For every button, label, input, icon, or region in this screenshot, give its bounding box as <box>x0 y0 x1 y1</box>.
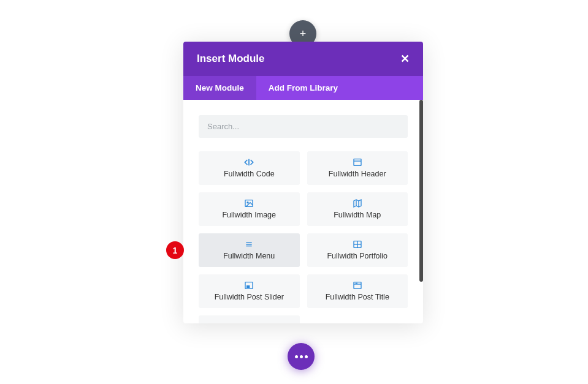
modal-header: Insert Module ✕ <box>183 42 423 76</box>
tab-new-module[interactable]: New Module <box>183 76 256 100</box>
ellipsis-icon <box>295 355 298 358</box>
svg-marker-5 <box>354 200 361 207</box>
module-partial-next[interactable] <box>199 315 300 323</box>
module-fullwidth-post-slider[interactable]: Fullwidth Post Slider <box>199 274 300 308</box>
module-fullwidth-post-title[interactable]: Fullwidth Post Title <box>307 274 408 308</box>
module-label: Fullwidth Menu <box>223 252 275 260</box>
post-slider-icon <box>244 280 254 290</box>
code-icon <box>244 157 254 167</box>
search-input[interactable] <box>199 115 408 138</box>
image-icon <box>244 198 254 208</box>
module-fullwidth-code[interactable]: Fullwidth Code <box>199 151 300 185</box>
module-label: Fullwidth Portfolio <box>327 252 388 260</box>
svg-point-4 <box>247 201 248 203</box>
module-fullwidth-map[interactable]: Fullwidth Map <box>307 192 408 226</box>
module-label: Fullwidth Image <box>222 211 276 219</box>
plus-icon: + <box>300 28 307 40</box>
header-icon <box>353 157 362 167</box>
module-label: Fullwidth Map <box>334 211 381 219</box>
portfolio-icon <box>353 239 362 249</box>
module-label: Fullwidth Post Title <box>326 293 389 301</box>
module-fullwidth-menu[interactable]: Fullwidth Menu <box>199 233 300 267</box>
menu-icon <box>244 239 254 249</box>
module-label: Fullwidth Header <box>329 170 386 178</box>
module-label: Fullwidth Post Slider <box>215 293 284 301</box>
svg-rect-15 <box>247 285 250 287</box>
modal-tabs: New Module Add From Library <box>183 76 423 100</box>
close-button[interactable]: ✕ <box>400 53 410 64</box>
ellipsis-icon <box>300 355 303 358</box>
module-grid: Fullwidth Code Fullwidth Header Fullwidt… <box>199 151 408 323</box>
map-icon <box>353 198 362 208</box>
module-fullwidth-portfolio[interactable]: Fullwidth Portfolio <box>307 233 408 267</box>
annotation-number: 1 <box>173 246 178 255</box>
insert-module-modal: Insert Module ✕ New Module Add From Libr… <box>183 42 423 323</box>
module-fullwidth-header[interactable]: Fullwidth Header <box>307 151 408 185</box>
close-icon: ✕ <box>400 53 410 65</box>
svg-rect-1 <box>354 159 361 165</box>
annotation-badge-1: 1 <box>166 241 184 259</box>
modal-body: Fullwidth Code Fullwidth Header Fullwidt… <box>183 100 423 320</box>
module-label: Fullwidth Code <box>224 170 275 178</box>
scrollbar-thumb[interactable] <box>419 100 423 282</box>
module-fullwidth-image[interactable]: Fullwidth Image <box>199 192 300 226</box>
ellipsis-icon <box>305 355 308 358</box>
page-actions-button[interactable] <box>288 343 315 370</box>
tab-add-from-library[interactable]: Add From Library <box>256 76 350 100</box>
modal-title: Insert Module <box>197 53 265 65</box>
post-title-icon <box>353 280 362 290</box>
